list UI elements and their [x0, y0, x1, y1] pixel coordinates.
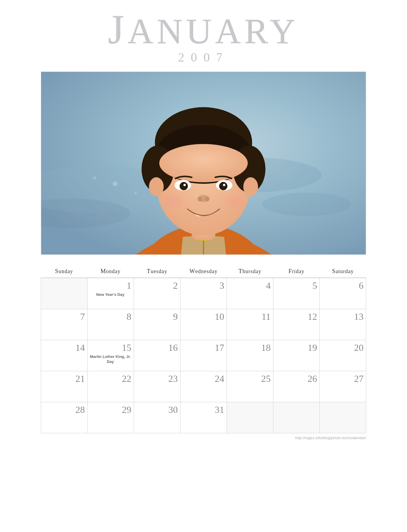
- calendar-cell: 25: [227, 371, 273, 402]
- month-title: January: [108, 9, 299, 50]
- calendar-cell: 2: [134, 278, 180, 309]
- calendar-cell: 14: [41, 340, 88, 371]
- svg-point-6: [134, 191, 137, 194]
- svg-point-27: [205, 197, 209, 202]
- calendar-cell: 18: [227, 340, 273, 371]
- day-header-wednesday: Wednesday: [180, 265, 227, 278]
- calendar-cell: 17: [180, 340, 227, 371]
- calendar-cell: 22: [88, 371, 134, 402]
- calendar-cell: 7: [41, 309, 88, 340]
- day-number: 7: [43, 311, 85, 322]
- calendar-cell: 6: [320, 278, 366, 309]
- day-number: 22: [89, 373, 131, 384]
- calendar-cell: 9: [134, 309, 180, 340]
- day-number: 17: [182, 342, 224, 353]
- holiday-label: Martin Luther King, Jr. Day: [89, 354, 131, 364]
- calendar-cell: [273, 402, 320, 433]
- day-header-saturday: Saturday: [320, 265, 366, 278]
- page: January 2007: [0, 0, 407, 532]
- calendar-cell: 26: [273, 371, 320, 402]
- calendar-cell: 3: [180, 278, 227, 309]
- day-header-friday: Friday: [273, 265, 320, 278]
- photo-container: [41, 72, 366, 255]
- svg-point-23: [219, 182, 227, 190]
- day-header-tuesday: Tuesday: [134, 265, 180, 278]
- calendar-cell: 21: [41, 371, 88, 402]
- day-number: 2: [136, 280, 178, 291]
- day-number: 12: [275, 311, 317, 322]
- calendar-cell: 19: [273, 340, 320, 371]
- day-headers-row: SundayMondayTuesdayWednesdayThursdayFrid…: [41, 265, 366, 278]
- calendar-container: SundayMondayTuesdayWednesdayThursdayFrid…: [41, 265, 366, 433]
- day-number: 6: [322, 280, 364, 291]
- day-header-sunday: Sunday: [41, 265, 87, 278]
- day-number: 24: [182, 373, 224, 384]
- day-number: 23: [136, 373, 178, 384]
- calendar-cell: 13: [320, 309, 366, 340]
- day-number: 15: [89, 342, 131, 353]
- calendar-cell: 28: [41, 402, 88, 433]
- day-number: 26: [275, 373, 317, 384]
- day-number: 18: [229, 342, 271, 353]
- svg-point-21: [183, 184, 186, 186]
- svg-point-7: [93, 176, 96, 180]
- footer-url: http://regex.info/blog/photo-tech/calend…: [41, 436, 366, 440]
- calendar-cell: 31: [180, 402, 227, 433]
- svg-point-29: [224, 195, 245, 208]
- day-number: 25: [229, 373, 271, 384]
- calendar-cell: 24: [180, 371, 227, 402]
- day-number: 8: [89, 311, 131, 322]
- calendar-cell: [227, 402, 273, 433]
- svg-point-30: [149, 177, 164, 196]
- day-number: 31: [182, 404, 224, 415]
- day-number: 3: [182, 280, 224, 291]
- photo-illustration: [41, 72, 366, 254]
- day-number: 1: [89, 280, 131, 291]
- calendar-cell: 11: [227, 309, 273, 340]
- calendar-cell: 29: [88, 402, 134, 433]
- calendar-cell: 4: [227, 278, 273, 309]
- calendar-cell: 8: [88, 309, 134, 340]
- day-number: 11: [229, 311, 271, 322]
- calendar-cell: 12: [273, 309, 320, 340]
- calendar-cell: 15Martin Luther King, Jr. Day: [88, 340, 134, 371]
- svg-point-24: [223, 184, 225, 186]
- svg-point-20: [180, 182, 188, 190]
- day-header-monday: Monday: [87, 265, 134, 278]
- day-number: 9: [136, 311, 178, 322]
- calendar-cell: [41, 278, 88, 309]
- day-number: 10: [182, 311, 224, 322]
- calendar-cell: 10: [180, 309, 227, 340]
- day-number: 27: [322, 373, 364, 384]
- svg-point-5: [113, 181, 117, 186]
- svg-point-3: [262, 193, 351, 216]
- day-number: 29: [89, 404, 131, 415]
- calendar-grid: 1New Year's Day23456789101112131415Marti…: [41, 278, 366, 433]
- day-header-thursday: Thursday: [227, 265, 273, 278]
- day-number: 19: [275, 342, 317, 353]
- svg-point-18: [159, 144, 248, 182]
- holiday-label: New Year's Day: [89, 292, 131, 297]
- day-number: 16: [136, 342, 178, 353]
- day-number: 20: [322, 342, 364, 353]
- svg-point-28: [162, 195, 183, 208]
- calendar-cell: 5: [273, 278, 320, 309]
- calendar-cell: 1New Year's Day: [88, 278, 134, 309]
- calendar-cell: 16: [134, 340, 180, 371]
- year-title: 2007: [178, 50, 229, 64]
- svg-point-26: [198, 197, 202, 202]
- day-number: 14: [43, 342, 85, 353]
- svg-point-31: [243, 177, 258, 196]
- day-number: 28: [43, 404, 85, 415]
- calendar-cell: 23: [134, 371, 180, 402]
- day-number: 13: [322, 311, 364, 322]
- calendar-cell: 27: [320, 371, 366, 402]
- calendar-cell: [320, 402, 366, 433]
- calendar-cell: 30: [134, 402, 180, 433]
- day-number: 4: [229, 280, 271, 291]
- day-number: 30: [136, 404, 178, 415]
- day-number: 21: [43, 373, 85, 384]
- day-number: 5: [275, 280, 317, 291]
- calendar-cell: 20: [320, 340, 366, 371]
